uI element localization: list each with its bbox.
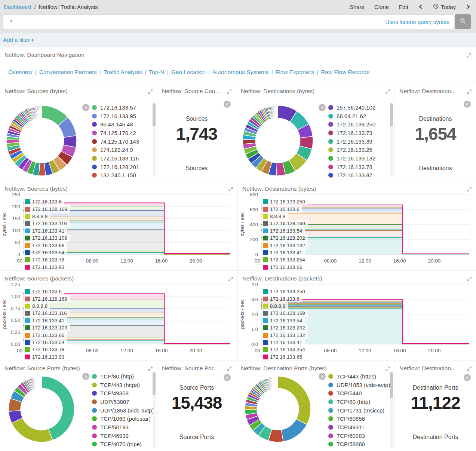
time-next-button[interactable]	[466, 4, 471, 10]
legend-item[interactable]: 172.16.133.41	[24, 227, 67, 234]
legend-item[interactable]: TCP/60283	[328, 432, 390, 440]
legend-item[interactable]: TCP/1060 (polestar)	[92, 414, 154, 423]
legend-item[interactable]: 172.16.139.250	[262, 288, 308, 295]
legend-item[interactable]: 172.16.133.39	[328, 137, 375, 146]
legend-item[interactable]: 172.16.133.109	[24, 324, 70, 331]
donut-chart[interactable]	[6, 105, 77, 178]
legend-item[interactable]: 132.245.1.150	[92, 171, 139, 180]
legend-item[interactable]: 172.16.128.202	[262, 234, 308, 242]
legend-item[interactable]: 172.16.133.41	[262, 339, 305, 346]
dashboard-nav-link[interactable]: Conversation Partners	[39, 69, 97, 75]
legend-item[interactable]: TCP/4070 (tripe)	[92, 440, 154, 448]
legend-item[interactable]: 8.8.8.8	[262, 213, 288, 220]
donut-chart[interactable]	[8, 375, 75, 444]
legend-collapse-icon[interactable]	[82, 104, 89, 111]
legend-item[interactable]: 8.8.8.8	[24, 303, 50, 310]
legend-item[interactable]: 172.16.133.93	[24, 353, 67, 361]
legend-item[interactable]: 74.125.170.42	[92, 129, 139, 137]
legend-item[interactable]: 172.16.133.6	[262, 295, 302, 302]
legend-item[interactable]: 172.16.133.66	[262, 264, 305, 271]
legend-item[interactable]: 172.16.133.109	[24, 234, 70, 242]
expand-panel-icon[interactable]	[148, 89, 153, 95]
legend-item[interactable]: 172.16.133.116	[24, 220, 70, 227]
legend-item[interactable]: 172.16.133.6	[24, 288, 64, 295]
legend-collapse-icon[interactable]	[82, 373, 89, 380]
legend-item[interactable]: 172.16.133.116	[24, 310, 70, 317]
legend-item[interactable]: 172.16.133.132	[262, 242, 308, 249]
dashboard-nav-link[interactable]: Raw Flow Records	[321, 69, 369, 75]
share-button[interactable]: Share	[350, 4, 365, 10]
legend-item[interactable]: TCP/46939	[92, 432, 154, 440]
legend-item[interactable]: TCP/49311	[328, 423, 390, 432]
expand-panel-icon[interactable]	[386, 366, 390, 372]
scrollbar-thumb[interactable]	[390, 103, 393, 126]
legend-item[interactable]: 68.64.21.62	[328, 112, 375, 120]
legend-item[interactable]: 172.16.128.169	[24, 205, 70, 212]
expand-panel-icon[interactable]	[148, 366, 153, 372]
legend-item[interactable]: TCP/60658	[328, 414, 390, 423]
legend-item[interactable]: 157.56.240.102	[328, 103, 375, 112]
scrollbar-thumb[interactable]	[390, 372, 393, 398]
legend-item[interactable]: 172.16.128.169	[262, 220, 308, 227]
dashboard-nav-link[interactable]: Traffic Analysis	[104, 69, 142, 75]
legend-item[interactable]: 172.16.133.73	[328, 129, 375, 137]
dashboard-nav-link[interactable]: Flow Exporters	[276, 69, 314, 75]
dashboard-nav-link[interactable]: Top-N	[149, 69, 164, 75]
legend-expand-icon[interactable]	[464, 374, 471, 381]
legend-item[interactable]: 8.8.8.8	[24, 213, 50, 220]
legend-item[interactable]: 172.16.133.25	[328, 145, 375, 154]
legend-item[interactable]: TCP/5440	[328, 389, 390, 398]
edit-button[interactable]: Edit	[399, 4, 408, 10]
legend-item[interactable]: 172.16.133.254	[262, 256, 308, 263]
legend-item[interactable]: TCP/443 (https)	[92, 381, 154, 389]
legend-item[interactable]: 172.16.133.87	[328, 171, 375, 180]
legend-collapse-icon[interactable]	[319, 104, 326, 111]
expand-panel-icon[interactable]	[227, 89, 231, 95]
legend-item[interactable]: 74.125.170.143	[92, 137, 139, 146]
legend-item[interactable]: 172.16.133.78	[24, 346, 67, 353]
legend-item[interactable]: 172.16.133.93	[24, 264, 67, 271]
legend-item[interactable]: 8.8.8.8	[262, 303, 288, 310]
expand-panel-icon[interactable]	[227, 366, 231, 372]
search-button[interactable]	[455, 14, 471, 29]
legend-item[interactable]: UDP/53807	[92, 398, 154, 406]
legend-item[interactable]: 172.16.133.78	[24, 256, 67, 263]
legend-item[interactable]: 172.16.133.41	[24, 317, 67, 324]
legend-item[interactable]: 172.16.133.54	[24, 339, 67, 346]
legend-item[interactable]: 172.16.133.132	[328, 154, 375, 163]
legend-collapse-icon[interactable]	[319, 373, 326, 380]
legend-item[interactable]: UDP/1853 (vids-avtp)	[92, 406, 154, 415]
scrollbar-thumb[interactable]	[153, 103, 156, 126]
legend-item[interactable]: UDP/1853 (vids-avtp)	[328, 381, 390, 389]
legend-item[interactable]: 172.16.133.6	[24, 198, 64, 205]
legend-item[interactable]: 172.16.128.202	[262, 324, 308, 331]
clone-button[interactable]: Clone	[374, 4, 389, 10]
area-chart[interactable]: 0.01.02.03.04.000:0004:0008:0012:0016:00…	[238, 280, 476, 360]
legend-item[interactable]: TCP/49358	[92, 389, 154, 398]
legend-expand-icon[interactable]	[224, 101, 231, 108]
lucene-syntax-link[interactable]: Uses lucene query syntax	[385, 19, 449, 25]
legend-item[interactable]: 96.43.146.48	[92, 120, 139, 129]
legend-item[interactable]: 172.16.128.201	[92, 163, 139, 171]
legend-item[interactable]: 172.16.133.78	[328, 163, 375, 171]
expand-panel-icon[interactable]	[467, 52, 471, 59]
legend-expand-icon[interactable]	[224, 374, 231, 381]
dashboard-nav-link[interactable]: Overview	[8, 69, 33, 75]
legend-item[interactable]: 172.16.139.250	[262, 198, 308, 205]
time-prev-button[interactable]	[418, 4, 423, 10]
expand-panel-icon[interactable]	[467, 366, 472, 372]
legend-item[interactable]: 172.16.133.57	[92, 103, 139, 112]
legend-item[interactable]: TCP/50193	[92, 423, 154, 432]
legend-item[interactable]: 172.16.128.169	[24, 295, 70, 302]
legend-item[interactable]: 172.16.133.6	[262, 205, 302, 212]
legend-item[interactable]: 172.16.133.54	[262, 227, 305, 234]
legend-item[interactable]: 172.16.133.66	[24, 242, 67, 249]
legend-item[interactable]: 172.16.139.250	[328, 120, 375, 129]
breadcrumb-dashboard-link[interactable]: Dashboard	[4, 4, 31, 10]
legend-item[interactable]: TCP/443 (https)	[328, 372, 390, 381]
area-chart[interactable]: 0.000.250.500.751.001.2500:0004:0008:001…	[0, 280, 237, 360]
legend-item[interactable]: 174.129.24.9	[92, 145, 139, 154]
donut-chart[interactable]	[242, 105, 314, 178]
scrollbar-thumb[interactable]	[153, 372, 156, 395]
legend-item[interactable]: TCP/80 (http)	[328, 398, 390, 406]
